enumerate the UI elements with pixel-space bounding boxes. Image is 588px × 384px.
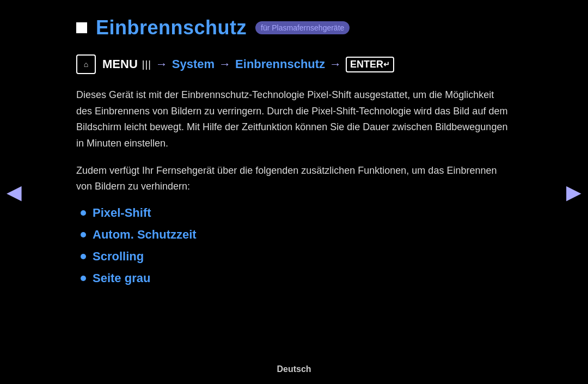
feature-list: Pixel-Shift Autom. Schutzzeit Scrolling … xyxy=(76,206,512,285)
menu-bars-icon: ||| xyxy=(142,59,151,70)
menu-label: MENU xyxy=(102,57,138,71)
bullet-icon xyxy=(81,254,86,259)
bullet-icon xyxy=(81,232,86,237)
nav-arrow-1: → xyxy=(156,57,168,71)
list-item-label: Scrolling xyxy=(93,249,144,264)
list-item[interactable]: Autom. Schutzzeit xyxy=(76,228,512,242)
main-content: Einbrennschutz für Plasmafernsehgeräte ⌂… xyxy=(33,0,555,309)
menu-navigation: ⌂ MENU ||| → System → Einbrennschutz → E… xyxy=(76,54,512,74)
list-item[interactable]: Scrolling xyxy=(76,249,512,264)
footer-language: Deutsch xyxy=(277,364,311,374)
nav-enter-button[interactable]: ENTER↵ xyxy=(346,57,394,72)
list-item-label: Pixel-Shift xyxy=(93,206,151,220)
plasma-badge: für Plasmafernsehgeräte xyxy=(255,21,350,34)
nav-einbrennschutz-link[interactable]: Einbrennschutz xyxy=(235,57,325,71)
nav-arrow-3: → xyxy=(329,57,341,71)
bullet-icon xyxy=(81,276,86,281)
description-paragraph-2: Zudem verfügt Ihr Fernsehgerät über die … xyxy=(76,163,512,195)
list-item-label: Autom. Schutzzeit xyxy=(93,228,197,242)
nav-next-button[interactable]: ▶ xyxy=(566,181,581,204)
nav-arrow-2: → xyxy=(219,57,231,71)
nav-prev-button[interactable]: ◀ xyxy=(7,181,22,204)
description-paragraph-1: Dieses Gerät ist mit der Einbrennschutz-… xyxy=(76,87,512,152)
page-title: Einbrennschutz xyxy=(96,16,247,39)
list-item[interactable]: Seite grau xyxy=(76,271,512,285)
menu-home-icon: ⌂ xyxy=(76,54,96,74)
list-item-label: Seite grau xyxy=(93,271,150,285)
enter-label: ENTER xyxy=(350,59,383,70)
title-row: Einbrennschutz für Plasmafernsehgeräte xyxy=(76,16,512,39)
nav-system-link[interactable]: System xyxy=(172,57,215,71)
title-square-icon xyxy=(76,22,87,33)
bullet-icon xyxy=(81,210,86,216)
list-item[interactable]: Pixel-Shift xyxy=(76,206,512,220)
enter-arrow-icon: ↵ xyxy=(383,60,390,69)
